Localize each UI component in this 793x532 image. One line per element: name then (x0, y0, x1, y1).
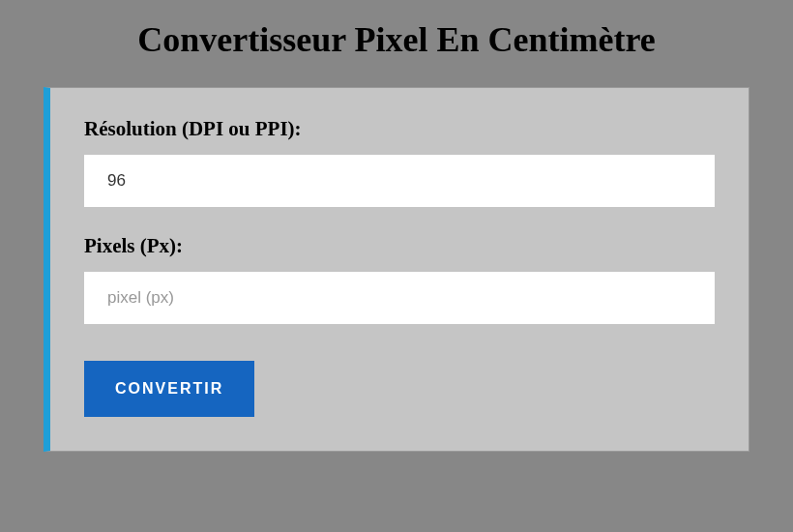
resolution-label: Résolution (DPI ou PPI): (84, 117, 715, 141)
page-title: Convertisseur Pixel En Centimètre (44, 19, 749, 60)
convert-button[interactable]: CONVERTIR (84, 361, 254, 417)
pixels-field-group: Pixels (Px): (84, 234, 715, 324)
resolution-input[interactable] (84, 155, 715, 207)
resolution-field-group: Résolution (DPI ou PPI): (84, 117, 715, 207)
pixels-input[interactable] (84, 272, 715, 324)
pixels-label: Pixels (Px): (84, 234, 715, 258)
converter-card: Résolution (DPI ou PPI): Pixels (Px): CO… (44, 87, 749, 452)
